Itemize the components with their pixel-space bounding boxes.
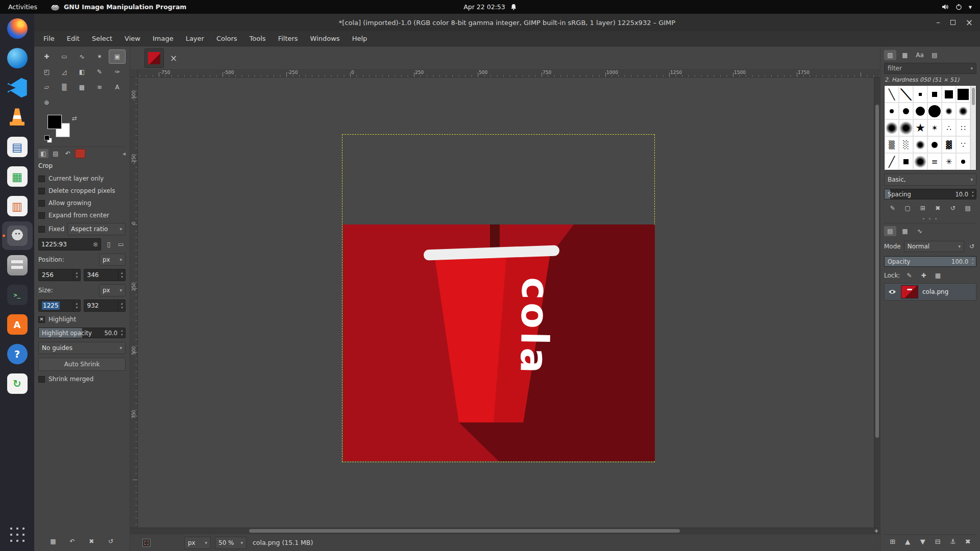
layer-opacity-slider[interactable]: Opacity 100.0 ▴▾	[884, 256, 976, 267]
lower-layer-button[interactable]: ▼	[918, 537, 927, 546]
duplicate-layer-button[interactable]: ⊟	[933, 537, 942, 546]
tool-transform[interactable]: ◰	[38, 65, 55, 79]
tab-fonts[interactable]: Aa	[914, 50, 926, 60]
new-layer-button[interactable]: ⊞	[888, 537, 897, 546]
menu-item[interactable]: Layer	[180, 32, 210, 45]
vertical-ruler[interactable]: -500-2500250500750	[130, 78, 138, 528]
dock-item-gimp[interactable]	[2, 221, 33, 250]
minimize-button[interactable]: –	[936, 20, 940, 25]
landscape-orientation-button[interactable]: ▭	[116, 240, 126, 249]
spinner-arrows[interactable]: ▴▾	[73, 300, 80, 311]
checkbox-delete-cropped-pixels[interactable]: Delete cropped pixels	[38, 185, 126, 197]
titlebar[interactable]: *[cola] (imported)-1.0 (RGB color 8-bit …	[34, 14, 980, 31]
close-button[interactable]: ×	[966, 17, 973, 28]
focused-app-menu[interactable]: GNU Image Manipulation Program	[51, 3, 186, 11]
system-indicators[interactable]: ▾	[942, 3, 980, 11]
tool-airbrush[interactable]: ▒	[56, 80, 73, 94]
foreground-color-swatch[interactable]	[47, 115, 62, 129]
quick-mask-toggle[interactable]	[142, 539, 151, 547]
tab-image-thumbnail[interactable]	[75, 149, 85, 158]
save-tool-preset-button[interactable]: ▦	[48, 537, 58, 546]
open-brush-as-image-button[interactable]: ▤	[963, 204, 972, 213]
spinner-arrows[interactable]: ▴▾	[118, 269, 125, 281]
anchor-layer-button[interactable]: ⚓	[948, 537, 958, 546]
brush-swatch[interactable]: ∵	[956, 136, 970, 153]
brush-swatch[interactable]: ╱	[885, 153, 899, 170]
statusbar-unit-select[interactable]: px ▾	[184, 537, 211, 549]
brush-swatch[interactable]	[913, 153, 927, 170]
delete-tool-preset-button[interactable]: ✖	[87, 537, 96, 546]
dock-item-vscode[interactable]	[2, 73, 33, 102]
tab-brushes[interactable]: ▨	[884, 50, 896, 60]
dock-item-terminal[interactable]: >_	[2, 281, 33, 309]
menu-item[interactable]: Windows	[304, 32, 346, 45]
tool-paintbrush[interactable]: ✑	[109, 65, 126, 79]
dock-item-libreoffice-impress[interactable]: ▥	[2, 192, 33, 220]
spinner-arrows[interactable]: ▴▾	[119, 329, 125, 337]
zoom-select[interactable]: 50 % ▾	[215, 537, 247, 549]
tab-layers[interactable]: ▤	[884, 226, 896, 236]
menu-item[interactable]: Image	[146, 32, 180, 45]
position-x-field[interactable]: 256 ▴▾	[38, 269, 81, 281]
tab-patterns[interactable]: ▩	[899, 50, 911, 60]
checkbox-allow-growing[interactable]: Allow growing	[38, 197, 126, 209]
tool-pencil[interactable]: ✎	[91, 65, 108, 79]
menu-item[interactable]: Select	[86, 32, 118, 45]
checkbox-highlight[interactable]: ✕ Highlight	[38, 313, 126, 325]
dock-resize-handle[interactable]: • • •	[884, 215, 976, 223]
brush-swatch[interactable]	[927, 136, 942, 153]
switch-mode-group-button[interactable]: ↺	[967, 242, 976, 251]
lock-position-toggle[interactable]: ✚	[919, 271, 928, 280]
position-y-field[interactable]: 346 ▴▾	[84, 269, 126, 281]
dock-item-firefox[interactable]	[2, 14, 33, 43]
duplicate-brush-button[interactable]: ⊞	[918, 204, 927, 213]
brush-swatch[interactable]	[956, 153, 970, 170]
dock-item-files[interactable]	[2, 251, 33, 280]
dock-item-libreoffice-calc[interactable]: ▦	[2, 162, 33, 191]
size-width-field[interactable]: 1225 ▴▾	[38, 299, 81, 312]
image-tab[interactable]	[144, 48, 164, 68]
edit-brush-button[interactable]: ✎	[888, 204, 897, 213]
spinner-arrows[interactable]: ▴▾	[118, 300, 125, 311]
tab-channels[interactable]: ▦	[899, 226, 911, 236]
brush-swatch[interactable]: ✶	[927, 119, 942, 136]
tool-move[interactable]: ✚	[38, 49, 55, 64]
vertical-scrollbar[interactable]	[874, 78, 880, 528]
brush-swatch[interactable]: ✳	[942, 153, 956, 170]
brush-swatch[interactable]: ▒	[885, 136, 899, 153]
brush-swatch[interactable]: ╲	[899, 86, 913, 103]
brush-swatch[interactable]: ∴	[942, 119, 956, 136]
menu-item[interactable]: Edit	[61, 32, 86, 45]
tool-free-select[interactable]: ∿	[74, 49, 90, 64]
horizontal-scrollbar[interactable]	[130, 528, 873, 534]
highlight-opacity-slider[interactable]: Highlight opacity 50.0 ▴▾	[38, 328, 126, 338]
menu-item[interactable]: View	[118, 32, 146, 45]
tool-gradient[interactable]: ◧	[74, 65, 90, 79]
brush-swatch[interactable]: ∷	[956, 119, 970, 136]
tab-undo-history[interactable]: ↶	[63, 149, 73, 158]
menu-item[interactable]: Colors	[210, 32, 243, 45]
brush-group-select[interactable]: Basic, ▾	[884, 173, 976, 186]
delete-layer-button[interactable]: ✖	[963, 537, 972, 546]
brush-swatch[interactable]	[913, 103, 927, 119]
checkbox-shrink-merged[interactable]: Shrink merged	[38, 373, 126, 385]
spinner-arrows[interactable]: ▴▾	[73, 269, 80, 281]
position-unit-select[interactable]: px ▾	[99, 254, 126, 266]
tool-smudge[interactable]: ≋	[91, 80, 108, 94]
clock-menu[interactable]: Apr 22 02:53	[463, 3, 517, 11]
layer-mode-select[interactable]: Normal ▾	[904, 241, 964, 252]
brush-swatch[interactable]	[913, 136, 927, 153]
size-height-field[interactable]: 932 ▴▾	[84, 299, 126, 312]
canvas-view[interactable]: cola	[138, 78, 874, 528]
tool-zoom[interactable]: ⊕	[38, 95, 55, 110]
brush-swatch[interactable]	[927, 86, 942, 103]
restore-tool-preset-button[interactable]: ↶	[68, 537, 77, 546]
raise-layer-button[interactable]: ▲	[903, 537, 912, 546]
ruler-corner-button[interactable]	[130, 70, 138, 78]
new-brush-button[interactable]: ▢	[903, 204, 912, 213]
aspect-ratio-input[interactable]: 1225:93 ⊗	[38, 238, 101, 251]
brush-swatch[interactable]: ≡	[927, 153, 942, 170]
scrollbar-thumb[interactable]	[875, 105, 879, 438]
size-unit-select[interactable]: px ▾	[99, 284, 126, 296]
activities-button[interactable]: Activities	[8, 3, 37, 11]
